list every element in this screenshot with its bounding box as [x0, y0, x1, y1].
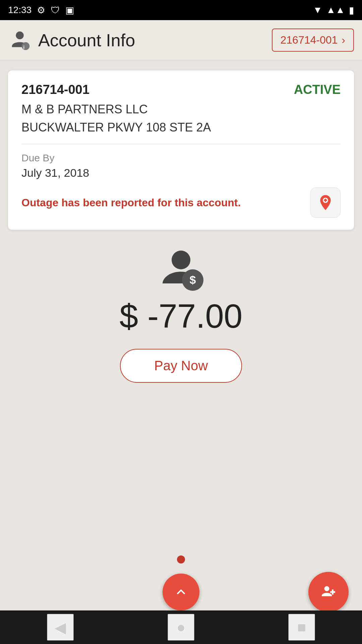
back-nav-button[interactable]: ◀ [47, 614, 74, 641]
shield-icon: 🛡 [51, 5, 60, 16]
balance-amount: $ -77.00 [120, 297, 243, 335]
balance-section: $ $ -77.00 Pay Now [120, 250, 243, 383]
main-content: 216714-001 ACTIVE M & B PARTNERS LLC BUC… [0, 60, 362, 393]
pay-now-button[interactable]: Pay Now [120, 349, 242, 383]
home-nav-icon: ● [177, 619, 186, 636]
time-display: 12:33 [8, 5, 32, 15]
svg-point-8 [324, 586, 329, 591]
company-name: M & B PARTNERS LLC [21, 102, 341, 116]
recents-nav-button[interactable]: ■ [288, 614, 315, 641]
status-bar-right: ▼ ▲▲ ▮ [313, 5, 354, 16]
home-nav-button[interactable]: ● [168, 614, 194, 641]
header-avatar: i [8, 29, 32, 52]
sim-icon: ▣ [65, 5, 74, 16]
chevron-right-icon: › [342, 34, 345, 46]
address: BUCKWALTER PKWY 108 STE 2A [21, 120, 341, 144]
account-card: 216714-001 ACTIVE M & B PARTNERS LLC BUC… [8, 70, 354, 230]
card-header-row: 216714-001 ACTIVE [21, 83, 341, 97]
back-nav-icon: ◀ [55, 619, 66, 636]
contacts-icon [318, 582, 339, 602]
page-title: Account Info [38, 30, 135, 50]
recents-nav-icon: ■ [297, 619, 306, 636]
status-bar-left: 12:33 ⚙ 🛡 ▣ [8, 5, 74, 16]
person-avatar-icon: i [8, 29, 32, 52]
due-by-label: Due By [21, 152, 341, 164]
outage-message: Outage has been reported for this accoun… [21, 197, 310, 209]
contacts-button[interactable] [308, 572, 349, 612]
pay-now-label: Pay Now [154, 358, 208, 373]
wifi-icon: ▼ [313, 5, 322, 15]
status-bar: 12:33 ⚙ 🛡 ▣ ▼ ▲▲ ▮ [0, 0, 362, 20]
settings-icon: ⚙ [37, 5, 45, 16]
chevron-up-icon [173, 584, 189, 600]
svg-point-0 [16, 31, 23, 39]
page-header: i Account Info 216714-001 › [0, 20, 362, 60]
battery-icon: ▮ [349, 5, 354, 16]
scroll-up-button[interactable] [163, 574, 199, 610]
signal-icon: ▲▲ [326, 5, 345, 15]
bottom-area [0, 555, 362, 610]
account-selector-text: 216714-001 [281, 34, 338, 46]
svg-text:$: $ [190, 273, 196, 286]
account-selector-button[interactable]: 216714-001 › [272, 29, 354, 52]
account-status: ACTIVE [294, 83, 341, 97]
bottom-buttons-container [0, 574, 362, 610]
outage-row: Outage has been reported for this accoun… [21, 187, 341, 218]
balance-icon-container: $ [158, 250, 204, 290]
balance-person-icon: $ [158, 250, 211, 297]
due-date: July 31, 2018 [21, 166, 341, 179]
outage-report-button[interactable] [310, 187, 341, 218]
header-left: i Account Info [8, 29, 135, 52]
page-indicator-dot [177, 555, 185, 564]
outage-pin-icon [316, 194, 335, 212]
account-number: 216714-001 [21, 83, 89, 97]
svg-text:i: i [23, 45, 24, 50]
nav-bar: ◀ ● ■ [0, 610, 362, 644]
svg-point-5 [172, 251, 190, 269]
